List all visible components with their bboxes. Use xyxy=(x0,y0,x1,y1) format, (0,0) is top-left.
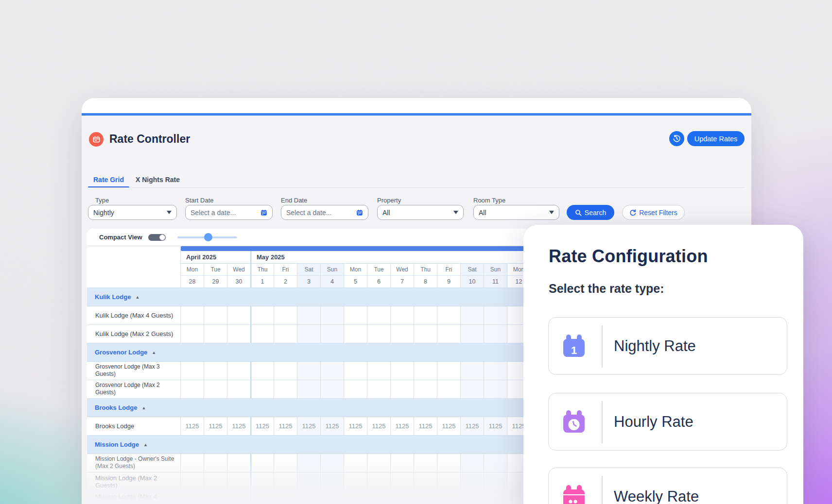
start-date-input[interactable]: Select a date... xyxy=(185,205,273,220)
rate-cell[interactable] xyxy=(367,380,391,399)
rate-cell[interactable] xyxy=(484,472,507,491)
group-row-label[interactable]: Mission Lodge▲ xyxy=(87,436,181,454)
rate-cell[interactable]: 1125 xyxy=(437,417,461,436)
rate-cell[interactable] xyxy=(251,362,274,380)
rate-cell[interactable] xyxy=(414,454,437,472)
rate-cell[interactable] xyxy=(204,491,227,504)
rate-cell[interactable] xyxy=(274,454,297,472)
rate-cell[interactable] xyxy=(297,325,321,343)
rate-cell[interactable] xyxy=(251,472,274,491)
rate-cell[interactable] xyxy=(251,306,274,325)
rate-cell[interactable] xyxy=(321,325,344,343)
rate-cell[interactable] xyxy=(274,472,297,491)
rate-cell[interactable] xyxy=(251,454,274,472)
rate-cell[interactable] xyxy=(297,306,321,325)
rate-cell[interactable]: 1125 xyxy=(297,417,321,436)
rate-cell[interactable] xyxy=(227,472,251,491)
update-rates-button[interactable]: Update Rates xyxy=(687,131,745,146)
rate-cell[interactable] xyxy=(461,380,484,399)
group-row-label[interactable]: Kulik Lodge▲ xyxy=(87,288,181,306)
hourly-rate-option[interactable]: Hourly Rate xyxy=(548,393,787,451)
rate-cell[interactable]: 1125 xyxy=(274,417,297,436)
rate-cell[interactable] xyxy=(344,306,367,325)
rate-cell[interactable] xyxy=(437,491,461,504)
rate-cell[interactable] xyxy=(251,491,274,504)
reset-filters-button[interactable]: Reset Filters xyxy=(622,205,685,220)
rate-cell[interactable] xyxy=(204,454,227,472)
rate-cell[interactable] xyxy=(227,325,251,343)
rate-cell[interactable] xyxy=(204,325,227,343)
rate-cell[interactable] xyxy=(227,362,251,380)
rate-cell[interactable] xyxy=(437,325,461,343)
compact-view-toggle[interactable] xyxy=(148,234,166,241)
rate-cell[interactable] xyxy=(484,491,507,504)
horizontal-scrollbar[interactable] xyxy=(181,246,530,251)
rate-cell[interactable] xyxy=(461,472,484,491)
rate-cell[interactable] xyxy=(391,472,414,491)
rate-cell[interactable] xyxy=(484,454,507,472)
rate-cell[interactable] xyxy=(437,362,461,380)
rate-cell[interactable] xyxy=(367,362,391,380)
tab-x-nights-rate[interactable]: X Nights Rate xyxy=(136,176,180,184)
rate-cell[interactable]: 1125 xyxy=(204,417,227,436)
rate-cell[interactable] xyxy=(484,380,507,399)
rate-cell[interactable] xyxy=(367,454,391,472)
rate-cell[interactable] xyxy=(484,306,507,325)
rate-cell[interactable] xyxy=(227,491,251,504)
rate-cell[interactable] xyxy=(274,306,297,325)
search-button[interactable]: Search xyxy=(567,205,614,220)
rate-cell[interactable] xyxy=(344,472,367,491)
rate-cell[interactable] xyxy=(297,362,321,380)
rate-cell[interactable] xyxy=(344,325,367,343)
rate-cell[interactable]: 1125 xyxy=(251,417,274,436)
rate-cell[interactable] xyxy=(391,380,414,399)
calendar-icon[interactable] xyxy=(260,209,267,216)
rate-cell[interactable] xyxy=(181,472,204,491)
rate-cell[interactable] xyxy=(414,491,437,504)
room-type-select[interactable]: All xyxy=(473,205,559,220)
nightly-rate-option[interactable]: 1 Nightly Rate xyxy=(548,317,787,375)
rate-cell[interactable] xyxy=(321,306,344,325)
group-row-label[interactable]: Grosvenor Lodge▲ xyxy=(87,343,181,362)
rate-cell[interactable] xyxy=(437,380,461,399)
rate-cell[interactable] xyxy=(367,306,391,325)
rate-cell[interactable] xyxy=(251,380,274,399)
rate-cell[interactable] xyxy=(274,325,297,343)
rate-cell[interactable] xyxy=(391,454,414,472)
weekly-rate-option[interactable]: Weekly Rate xyxy=(548,468,787,504)
rate-cell[interactable] xyxy=(344,362,367,380)
rate-cell[interactable] xyxy=(344,491,367,504)
rate-cell[interactable] xyxy=(274,380,297,399)
rate-cell[interactable] xyxy=(227,454,251,472)
rate-cell[interactable] xyxy=(484,362,507,380)
rate-cell[interactable] xyxy=(204,472,227,491)
rate-cell[interactable] xyxy=(227,306,251,325)
rate-cell[interactable] xyxy=(297,491,321,504)
rate-cell[interactable] xyxy=(227,380,251,399)
rate-cell[interactable] xyxy=(391,491,414,504)
rate-cell[interactable] xyxy=(204,306,227,325)
rate-cell[interactable] xyxy=(391,306,414,325)
property-select[interactable]: All xyxy=(377,205,464,220)
rate-cell[interactable]: 1125 xyxy=(367,417,391,436)
rate-cell[interactable] xyxy=(414,362,437,380)
rate-cell[interactable] xyxy=(391,325,414,343)
rate-cell[interactable] xyxy=(181,491,204,504)
rate-cell[interactable] xyxy=(204,380,227,399)
rate-cell[interactable] xyxy=(321,454,344,472)
rate-cell[interactable] xyxy=(414,380,437,399)
rate-cell[interactable]: 1125 xyxy=(321,417,344,436)
rate-cell[interactable] xyxy=(461,306,484,325)
rate-cell[interactable] xyxy=(181,306,204,325)
rate-cell[interactable] xyxy=(461,362,484,380)
rate-cell[interactable] xyxy=(437,454,461,472)
rate-cell[interactable]: 1125 xyxy=(391,417,414,436)
tab-rate-grid[interactable]: Rate Grid xyxy=(93,176,124,184)
rate-cell[interactable] xyxy=(297,380,321,399)
rate-cell[interactable] xyxy=(367,325,391,343)
rate-cell[interactable]: 1125 xyxy=(344,417,367,436)
rate-cell[interactable] xyxy=(274,362,297,380)
end-date-input[interactable]: Select a date... xyxy=(281,205,368,220)
rate-cell[interactable] xyxy=(414,325,437,343)
rate-cell[interactable] xyxy=(391,362,414,380)
